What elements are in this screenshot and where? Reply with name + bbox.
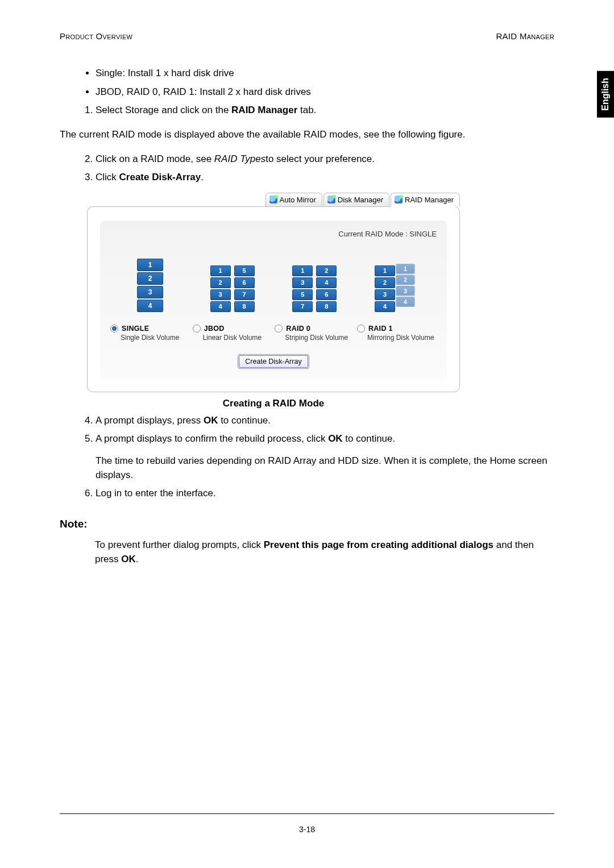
tab-label: Auto Mirror	[280, 196, 316, 204]
note-body: To prevent further dialog prompts, click…	[95, 538, 554, 566]
radio-jbod[interactable]	[193, 325, 201, 333]
text-bold: OK	[328, 433, 343, 444]
disk-block: 5	[234, 265, 255, 276]
disk-block: 2	[375, 277, 395, 288]
disk-block: 3	[137, 286, 163, 298]
disk-block-ghost: 1	[396, 264, 414, 273]
disk-block: 7	[292, 301, 313, 312]
raid-option-jbod[interactable]: 1 2 3 4 5 6 7 8	[193, 255, 272, 342]
disk-block: 1	[210, 265, 231, 276]
tab-label: RAID Manager	[405, 196, 454, 204]
paragraph: The current RAID mode is displayed above…	[60, 128, 554, 142]
option-subtitle: Single Disk Volume	[121, 334, 190, 342]
text: tab.	[297, 105, 316, 115]
raid-options-row: 1 2 3 4 SINGLE Single Disk Volume	[110, 255, 437, 342]
disk-block-ghost: 3	[396, 286, 414, 296]
text: to continue.	[218, 415, 271, 426]
text: to select your preference.	[265, 153, 375, 164]
disk-block: 5	[292, 289, 313, 300]
disk-block-ghost: 2	[396, 275, 414, 284]
tab-disk-manager[interactable]: Disk Manager	[323, 193, 389, 207]
step-5: A prompt displays to confirm the rebuild…	[96, 432, 554, 482]
current-mode-label: Current RAID Mode : SINGLE	[110, 230, 437, 238]
option-subtitle: Mirroring Disk Volume	[367, 334, 437, 342]
text: To prevent further dialog prompts, click	[95, 539, 264, 550]
diagram-single: 1 2 3 4	[110, 255, 190, 312]
tab-raid-manager[interactable]: RAID Manager	[391, 193, 460, 207]
disk-block: 4	[137, 300, 163, 312]
disk-block: 3	[210, 289, 231, 300]
disk-block: 6	[234, 277, 255, 288]
disk-block: 1	[137, 259, 163, 271]
raid-option-raid1[interactable]: 1 2 3 4 1 2 3 4	[357, 255, 437, 342]
text: to continue.	[343, 433, 396, 444]
text: A prompt displays, press	[96, 415, 204, 426]
step-4: A prompt displays, press OK to continue.	[96, 414, 554, 428]
disk-block: 1	[292, 265, 313, 276]
step-3: Click Create Disk-Array.	[96, 171, 554, 185]
raid-panel-inner: Current RAID Mode : SINGLE 1 2 3 4	[100, 221, 447, 380]
language-tab: English	[597, 71, 614, 118]
text: Click	[96, 172, 119, 182]
option-title: SINGLE	[122, 325, 149, 333]
text: Select Storage and click on the	[96, 105, 231, 115]
disk-block: 3	[375, 289, 395, 300]
gear-icon	[395, 196, 403, 203]
disk-block: 2	[210, 277, 231, 288]
gear-icon	[327, 196, 335, 203]
raid-panel: Current RAID Mode : SINGLE 1 2 3 4	[87, 206, 460, 392]
raid-manager-figure: Auto Mirror Disk Manager RAID Manager Cu…	[87, 193, 460, 409]
header-left: Product Overview	[60, 31, 132, 41]
text: .	[136, 554, 139, 564]
tab-label: Disk Manager	[338, 196, 383, 204]
diagram-raid1: 1 2 3 4 1 2 3 4	[357, 255, 437, 312]
step-6: Log in to enter the interface.	[96, 487, 554, 501]
disk-block: 2	[316, 265, 337, 276]
text: Click on a RAID mode, see	[96, 153, 214, 164]
tab-auto-mirror[interactable]: Auto Mirror	[265, 193, 322, 207]
disk-block: 4	[210, 301, 231, 312]
disk-block: 7	[234, 289, 255, 300]
text-bold: RAID Manager	[231, 105, 297, 115]
list-item: Single: Install 1 x hard disk drive	[96, 67, 554, 81]
diagram-raid0: 1 3 5 7 2 4 6 8	[275, 255, 354, 312]
page-header: Product Overview RAID Manager	[60, 31, 554, 41]
disk-block: 4	[375, 301, 395, 312]
text-bold: Create Disk-Array	[119, 172, 201, 182]
raid-option-single[interactable]: 1 2 3 4 SINGLE Single Disk Volume	[110, 255, 190, 342]
raid-option-raid0[interactable]: 1 3 5 7 2 4 6 8	[275, 255, 354, 342]
radio-raid0[interactable]	[275, 325, 283, 333]
footer-rule	[60, 813, 554, 814]
option-title: RAID 0	[286, 325, 310, 333]
step-5-note: The time to rebuild varies depending on …	[96, 454, 554, 482]
disk-block: 8	[316, 301, 337, 312]
step-2: Click on a RAID mode, see RAID Typesto s…	[96, 152, 554, 167]
diagram-jbod: 1 2 3 4 5 6 7 8	[193, 255, 272, 312]
figure-caption: Creating a RAID Mode	[87, 398, 460, 409]
text-bold: OK	[204, 415, 218, 426]
bullet-list: Single: Install 1 x hard disk drive JBOD…	[80, 67, 554, 99]
disk-block: 3	[292, 277, 313, 288]
text: .	[201, 172, 204, 182]
gear-icon	[269, 196, 277, 203]
header-right: RAID Manager	[496, 31, 554, 41]
page-number: 3-18	[0, 825, 614, 834]
text-italic: RAID Types	[214, 153, 265, 164]
text-bold: Prevent this page from creating addition…	[264, 539, 493, 550]
create-disk-array-button[interactable]: Create Disk-Array	[239, 355, 308, 368]
option-title: RAID 1	[368, 325, 393, 333]
option-subtitle: Striping Disk Volume	[285, 334, 354, 342]
radio-raid1[interactable]	[357, 325, 365, 333]
tabs-row: Auto Mirror Disk Manager RAID Manager	[87, 193, 460, 207]
step-1: Select Storage and click on the RAID Man…	[96, 103, 554, 118]
disk-block: 4	[316, 277, 337, 288]
radio-single[interactable]	[110, 325, 118, 333]
steps-list-a: Select Storage and click on the RAID Man…	[80, 103, 554, 118]
text-bold: OK	[121, 554, 136, 564]
option-title: JBOD	[204, 325, 225, 333]
steps-list-b: Click on a RAID mode, see RAID Typesto s…	[80, 152, 554, 185]
list-item: JBOD, RAID 0, RAID 1: Install 2 x hard d…	[96, 85, 554, 99]
text: A prompt displays to confirm the rebuild…	[96, 433, 328, 444]
option-subtitle: Linear Disk Volume	[203, 334, 272, 342]
steps-list-c: A prompt displays, press OK to continue.…	[80, 414, 554, 501]
